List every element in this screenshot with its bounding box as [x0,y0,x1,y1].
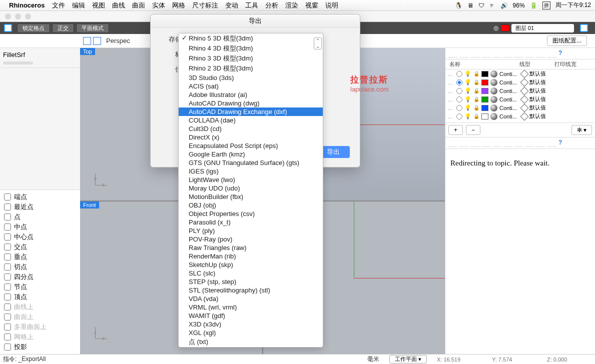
format-option[interactable]: WAMIT (gdf) [179,312,323,320]
panel-icon-9[interactable] [547,139,556,147]
lock-icon[interactable]: 🔒 [473,88,479,94]
ortho-button[interactable]: 正交 [52,24,74,33]
format-option[interactable]: Adobe Illustrator (ai) [179,90,323,99]
current-layer-label[interactable]: 图层 01 [511,24,574,32]
format-option[interactable]: STL (Stereolithography) (stl) [179,286,323,294]
print-icon[interactable] [520,78,529,86]
display-icon[interactable]: 🖥 [467,2,473,9]
menu-说明[interactable]: 说明 [325,2,338,9]
zoom-dot[interactable] [25,14,31,20]
panel-icon-5[interactable] [503,50,512,58]
osnap-交点[interactable]: 交点 [2,242,78,252]
format-option[interactable]: X3D (x3dv) [179,320,323,328]
layer-swatch[interactable] [481,71,488,77]
panel-icon-3[interactable] [481,50,490,58]
lock-icon[interactable]: 🔒 [473,96,479,102]
format-option[interactable]: Raw Triangles (raw) [179,244,323,252]
print-icon[interactable] [520,86,529,95]
osnap-check[interactable] [4,214,11,220]
menu-分析[interactable]: 分析 [265,2,278,9]
layer-row-3[interactable]: …💡🔒Conti...默认值 [445,95,595,104]
menu-视窗[interactable]: 视窗 [305,2,318,9]
format-option[interactable]: LightWave (lwo) [179,176,323,184]
format-option[interactable]: PLY (ply) [179,226,323,235]
osnap-顶点[interactable]: 顶点 [2,292,78,302]
panel-icon-8[interactable] [536,50,545,58]
lock-icon[interactable]: 🔒 [473,71,479,76]
material-icon[interactable] [490,70,497,78]
panel-icon-0[interactable] [448,139,457,147]
osnap-切点[interactable]: 切点 [2,262,78,272]
osnap-check[interactable] [4,344,11,350]
osnap-网格上[interactable]: 网格上 [2,332,78,342]
format-option[interactable]: 点 (txt) [179,337,323,347]
layer-row-4[interactable]: …💡🔒Conti...默认值 [445,104,595,112]
qq-icon[interactable]: 🐧 [455,2,462,9]
format-option[interactable]: SLC (slc) [179,269,323,278]
command-scroll[interactable] [3,62,33,64]
view-tag-front[interactable]: Front [80,202,99,208]
format-option[interactable]: VRML (wrl, vrml) [179,303,323,312]
osnap-曲面上[interactable]: 曲面上 [2,312,78,322]
single-view-icon[interactable] [93,37,101,45]
four-view-icon[interactable] [83,37,91,45]
del-layer-button[interactable]: − [466,125,480,135]
material-icon[interactable] [490,96,497,103]
panel-icon-6[interactable] [514,50,523,58]
format-dropdown[interactable]: ⌃⌄ ✓ Rhino 5 3D 模型(3dm)Rhino 4 3D 模型(3dm… [178,33,323,348]
menu-实体[interactable]: 实体 [152,2,165,9]
osnap-check[interactable] [4,244,11,250]
format-option[interactable]: MotionBuilder (fbx) [179,192,323,201]
format-option[interactable]: AutoCAD Drawing (dwg) [179,99,323,108]
layer-row-1[interactable]: …💡🔒Conti...默认值 [445,78,595,86]
status-unit[interactable]: 毫米 [367,355,379,364]
format-option[interactable]: SketchUp (skp) [179,260,323,269]
material-icon[interactable] [490,79,497,86]
planar-button[interactable]: 平面模式 [76,24,109,33]
panel-icon-5[interactable] [503,139,512,147]
format-option[interactable]: ACIS (sat) [179,82,323,90]
panel-icon-2[interactable] [470,50,479,58]
layer-current-radio[interactable] [456,105,462,111]
layer-row-0[interactable]: …💡🔒Conti...默认值 [445,70,595,78]
format-option[interactable]: GTS (GNU Triangulated Surface) (gts) [179,158,323,167]
osnap-垂点[interactable]: 垂点 [2,252,78,262]
bulb-icon[interactable]: 💡 [464,104,471,111]
print-icon[interactable] [520,70,529,78]
osnap-中心点[interactable]: 中心点 [2,232,78,242]
layer-swatch[interactable] [481,88,488,94]
lock-icon[interactable]: 🔒 [473,80,479,85]
app-name[interactable]: Rhinoceros [9,2,45,9]
format-option[interactable]: Cult3D (cd) [179,124,323,133]
view-label[interactable]: Perspec [106,37,130,44]
clock[interactable]: 周一下午9:12 [555,1,591,10]
format-option[interactable]: OBJ (obj) [179,201,323,210]
osnap-节点[interactable]: 节点 [2,282,78,292]
osnap-四分点[interactable]: 四分点 [2,272,78,282]
format-option[interactable]: Encapsulated Post Script (eps) [179,142,323,150]
layer-swatch[interactable] [481,96,488,102]
bulb-icon[interactable]: 💡 [464,70,471,77]
panel-icon-2[interactable] [470,139,479,147]
format-option[interactable]: Google Earth (kmz) [179,150,323,158]
panel-icon-1[interactable] [459,139,468,147]
osnap-check[interactable] [4,284,11,290]
layer-swatch[interactable] [481,114,488,120]
osnap-check[interactable] [4,234,11,240]
layer-current-radio[interactable] [456,114,462,120]
panel-icon-3[interactable] [481,139,490,147]
help-icon[interactable]: ? [558,139,567,147]
material-icon[interactable] [490,113,497,120]
layer-current-radio[interactable] [456,96,462,102]
layer-swatch[interactable] [481,105,488,111]
close-dot[interactable] [5,14,11,20]
panel-icon-8[interactable] [536,139,545,147]
menu-网格[interactable]: 网格 [172,2,185,9]
osnap-check[interactable] [4,294,11,300]
format-option[interactable]: Rhino 3 3D 模型(3dm) [179,54,323,64]
format-option[interactable]: 3D Studio (3ds) [179,74,323,82]
format-option[interactable]: DirectX (x) [179,133,323,142]
layer-swatch[interactable] [481,80,488,86]
osnap-中点[interactable]: 中点 [2,222,78,232]
panel-icon-4[interactable] [492,139,501,147]
